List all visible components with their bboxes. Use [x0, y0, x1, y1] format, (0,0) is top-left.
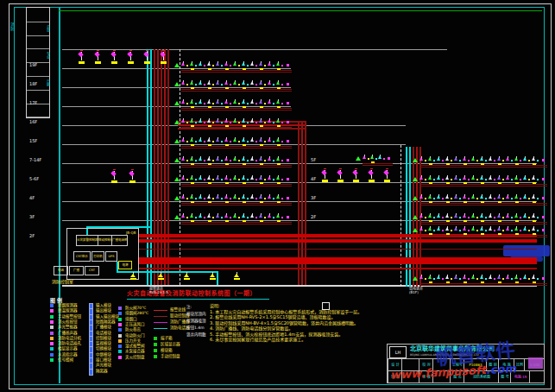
legend-label: 中继模块 — [96, 353, 111, 357]
detector-icon — [437, 275, 440, 279]
address-dot — [442, 160, 444, 161]
detector-icon — [190, 195, 193, 199]
device-row — [363, 155, 393, 167]
watermark-url-tld: .com — [485, 362, 516, 376]
detector-icon — [445, 195, 449, 199]
detector-icon — [489, 157, 492, 161]
address-dot — [468, 179, 470, 180]
loop-wire-dark — [181, 186, 292, 187]
legend-label: 控制模块 — [96, 337, 111, 341]
detector-icon — [181, 176, 185, 180]
fan-device-unit — [110, 171, 129, 185]
legend-symbol — [118, 307, 122, 310]
legend-label: 压力开关 — [125, 339, 141, 344]
device-row — [419, 226, 547, 238]
fan-icon — [78, 52, 83, 57]
address-dot — [247, 103, 249, 104]
detector-icon — [532, 195, 535, 199]
address-dot — [247, 65, 249, 66]
address-dot — [502, 217, 504, 218]
detector-icon — [276, 176, 280, 180]
detector-icon — [514, 227, 518, 231]
isolator-icon — [174, 215, 180, 219]
label-base — [158, 278, 164, 280]
address-dot — [520, 179, 521, 180]
legend-label: 水泵接合器 — [125, 350, 145, 354]
legend-label: 消防电话插孔 — [58, 342, 81, 346]
legend-label: 短路隔离器 — [96, 320, 116, 325]
red-tick — [162, 50, 165, 51]
shaft-label-line: RVS-2×1.5 — [149, 291, 168, 294]
loop-wire-dark — [419, 224, 547, 224]
label-base — [128, 61, 134, 64]
address-dot — [230, 122, 231, 123]
address-dot — [433, 230, 435, 231]
detector-icon — [428, 275, 432, 279]
loop-wire-dark — [419, 237, 547, 237]
detector-icon — [463, 157, 466, 161]
floor-label-left: 2F — [29, 234, 35, 238]
detector-icon — [242, 100, 245, 104]
device-row — [181, 175, 292, 187]
detector-icon — [233, 195, 237, 199]
red-tick — [324, 168, 326, 169]
detector-icon — [480, 275, 483, 279]
legend-line-symbol — [154, 322, 167, 323]
address-dot — [264, 217, 266, 218]
detector-icon — [259, 62, 262, 66]
legend-symbol — [50, 320, 54, 324]
address-dot — [494, 278, 495, 280]
detector-icon — [497, 195, 501, 199]
loop-wire-dark — [363, 163, 393, 164]
address-dot — [230, 103, 231, 104]
detector-icon — [276, 157, 280, 161]
detector-icon — [363, 155, 366, 159]
label-base — [95, 61, 101, 64]
address-dot — [264, 141, 266, 142]
red-tick — [339, 168, 342, 169]
address-dot — [273, 65, 274, 66]
detector-icon — [497, 275, 501, 279]
shaft-label-line: (B1F) — [409, 291, 423, 294]
legend-module-symbol — [89, 369, 93, 376]
detector-icon — [480, 157, 483, 161]
detector-icon — [224, 119, 228, 123]
legend-label: 防火卷帘 — [125, 328, 141, 332]
address-dot — [511, 160, 513, 161]
detector-icon — [233, 62, 237, 66]
floor-label-left: 16F — [29, 120, 37, 124]
label-base — [369, 180, 375, 182]
address-dot — [247, 217, 249, 218]
detector-icon — [480, 195, 483, 199]
detector-icon — [463, 214, 466, 218]
row-end-arrow — [287, 102, 289, 104]
address-dot — [459, 198, 461, 199]
detector-icon — [268, 138, 271, 142]
detector-icon — [250, 138, 254, 142]
address-dot — [204, 198, 205, 199]
detector-icon — [250, 119, 254, 123]
address-dot — [264, 84, 266, 85]
detector-icon — [190, 62, 193, 66]
detector-icon — [207, 138, 211, 142]
detector-icon — [480, 176, 483, 180]
loop-wire-dark — [181, 110, 292, 111]
note-line: 说明: — [210, 304, 220, 308]
device-row — [181, 213, 292, 225]
fan-device-unit — [160, 52, 176, 66]
bell-device — [183, 272, 192, 280]
address-dot — [476, 217, 478, 218]
loop-wire-dark — [181, 129, 292, 130]
device-row — [181, 99, 292, 111]
detector-icon — [378, 155, 382, 159]
address-dot — [195, 141, 197, 142]
address-dot — [425, 230, 426, 231]
red-tick — [146, 50, 148, 51]
row-end-arrow — [287, 64, 289, 66]
address-dot — [186, 160, 188, 161]
detector-icon — [445, 214, 449, 218]
address-dot — [221, 160, 223, 161]
address-dot — [255, 103, 257, 104]
detector-icon — [497, 214, 501, 218]
detector-icon — [190, 119, 193, 123]
